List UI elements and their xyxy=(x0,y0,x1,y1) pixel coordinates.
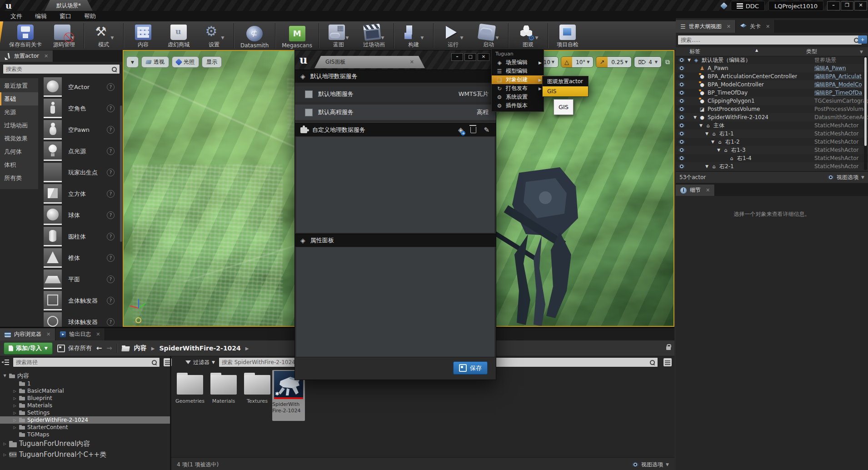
toolbar-button-source[interactable]: ▼源码管理 xyxy=(46,21,82,50)
toolbar-button-blueprints[interactable]: ▼蓝图 xyxy=(321,21,356,50)
place-actor-平面[interactable]: 平面? xyxy=(38,269,119,290)
toolbar-button-build[interactable]: ▼构建 xyxy=(396,21,431,50)
dialog-title-bar[interactable]: u GIS面板 ✕ – □ ✕ xyxy=(295,50,496,70)
edit-blueprint-link[interactable]: 编辑BPA_Articulat xyxy=(814,73,868,80)
expanded-arrow-icon[interactable]: ▼ xyxy=(711,140,716,144)
chevron-down-icon[interactable]: ▼ xyxy=(460,35,464,40)
toolbar-button-modes[interactable]: ▼模式 xyxy=(86,21,121,50)
collapsed-arrow-icon[interactable]: ▷ xyxy=(3,453,7,457)
place-actor-空角色[interactable]: 空角色? xyxy=(38,98,119,119)
outliner-row-BP_TimeOfDay[interactable]: ●BP_TimeOfDay编辑BP_TimeOfDa xyxy=(676,89,868,97)
tree-folder-Materials[interactable]: ▷Materials xyxy=(0,402,170,409)
add-filter-button[interactable]: ＋ xyxy=(858,35,867,44)
close-icon[interactable]: ✕ xyxy=(44,53,48,59)
place-actor-球体触发器[interactable]: 球体触发器? xyxy=(38,311,119,327)
breadcrumb-root[interactable]: 内容 xyxy=(134,344,147,352)
help-icon[interactable]: ? xyxy=(107,147,115,155)
lit-mode-button[interactable]: 光照 xyxy=(172,56,199,68)
section-default-geo-services[interactable]: ◈ 默认地理数据服务 xyxy=(295,70,496,83)
edit-blueprint-link[interactable]: 编辑BP_TimeOfDa xyxy=(814,89,868,97)
toolbar-button-settings[interactable]: ▼设置 xyxy=(196,21,232,50)
category-最近放置[interactable]: 最近放置 xyxy=(0,79,38,92)
outliner-row-ClippingPolygon1[interactable]: ●ClippingPolygon1TGCesiumCartograp xyxy=(676,97,868,105)
help-icon[interactable]: ? xyxy=(107,83,115,91)
category-过场动画[interactable]: 过场动画 xyxy=(0,119,38,132)
folder-tile-Geometries[interactable]: Geometries xyxy=(175,373,205,404)
help-icon[interactable]: ? xyxy=(107,105,115,112)
visibility-eye-icon[interactable] xyxy=(678,156,685,160)
outliner-row-PostProcessVolume[interactable]: ◪PostProcessVolumePostProcessVolume xyxy=(676,105,868,113)
help-icon[interactable]: ? xyxy=(107,254,115,262)
tree-folder-TuguanForUnreal内容[interactable]: ▷TuguanForUnreal内容 xyxy=(0,438,170,449)
folder-tile-Materials[interactable]: Materials xyxy=(209,373,239,404)
dialog-restore-button[interactable]: □ xyxy=(464,53,476,61)
chevron-down-icon[interactable]: ▼ xyxy=(421,35,424,40)
visibility-eye-icon[interactable] xyxy=(678,131,685,136)
help-icon[interactable]: ? xyxy=(107,275,115,283)
help-icon[interactable]: ? xyxy=(107,233,115,240)
filters-button[interactable]: 过滤器▼ xyxy=(185,359,215,366)
tree-folder-BasicMaterial[interactable]: ▷BasicMaterial xyxy=(0,387,170,395)
tab-levels[interactable]: 关卡 ✕ xyxy=(736,20,775,33)
dialog-close-button[interactable]: ✕ xyxy=(478,53,489,61)
toolbar-button-marketplace[interactable]: 虚幻商城 xyxy=(161,21,196,50)
menu-编辑[interactable]: 编辑 xyxy=(29,11,53,21)
rotation-snap-toggle[interactable]: △ xyxy=(561,57,572,67)
help-icon[interactable]: ? xyxy=(107,297,115,305)
outliner-view-options-button[interactable]: 视图选项▼ xyxy=(828,174,864,181)
visibility-eye-icon[interactable] xyxy=(678,82,685,87)
maximize-viewport-icon[interactable]: ⧉ xyxy=(665,58,670,66)
perspective-button[interactable]: 透视 xyxy=(141,56,169,68)
place-actor-球体[interactable]: 球体? xyxy=(38,205,119,226)
close-icon[interactable]: ✕ xyxy=(706,187,710,193)
place-actor-盒体触发器[interactable]: 盒体触发器? xyxy=(38,290,119,311)
outliner-search-input[interactable]: 搜索..... xyxy=(678,35,862,45)
toolbar-button-save[interactable]: 保存当前关卡 xyxy=(5,21,46,50)
save-button[interactable]: 保存 xyxy=(453,361,488,375)
toolbar-button-launch[interactable]: ▼启动 xyxy=(471,21,506,50)
ddc-button[interactable]: DDC xyxy=(731,1,765,11)
collapsed-arrow-icon[interactable]: ▷ xyxy=(3,442,7,446)
outliner-row-右2-1[interactable]: ▼⌂右2-1StaticMeshActor xyxy=(676,162,868,170)
close-button[interactable]: ✕ xyxy=(854,1,867,10)
help-icon[interactable]: ? xyxy=(107,169,115,176)
submenu-item-图观放置actor[interactable]: 图观放置actor xyxy=(543,76,588,86)
outliner-row-主体[interactable]: ▼⌂主体StaticMeshActor xyxy=(676,121,868,130)
expanded-arrow-icon[interactable]: ▼ xyxy=(705,131,710,136)
menu-窗口[interactable]: 窗口 xyxy=(54,11,77,21)
menu-文件[interactable]: 文件 xyxy=(5,11,28,21)
tab-content-browser[interactable]: 内容浏览器 ✕ xyxy=(0,328,55,340)
visibility-eye-icon[interactable] xyxy=(678,123,685,128)
help-icon[interactable]: ? xyxy=(107,126,115,134)
collapsed-arrow-icon[interactable]: ▷ xyxy=(13,425,17,430)
help-icon[interactable]: ? xyxy=(107,211,115,219)
tree-folder-Blueprint[interactable]: ▷Blueprint xyxy=(0,395,170,402)
outliner-row-右1-4[interactable]: ⌂右1-4StaticMeshActor xyxy=(676,154,868,162)
chevron-down-icon[interactable]: ▼ xyxy=(111,35,114,40)
column-type[interactable]: 类型 xyxy=(806,48,860,55)
tree-folder-TGMaps[interactable]: TGMaps xyxy=(0,431,170,438)
visibility-eye-icon[interactable] xyxy=(678,74,685,79)
edit-icon[interactable]: ✎ xyxy=(484,126,489,134)
outliner-row-SpiderWithFire-2-1024[interactable]: ▼●SpiderWithFire-2-1024DatasmithSceneAct xyxy=(676,113,868,121)
collapsed-arrow-icon[interactable]: ▷ xyxy=(13,411,17,415)
chevron-down-icon[interactable]: ▼ xyxy=(496,35,499,40)
custom-services-empty-list[interactable] xyxy=(296,136,495,233)
map-service-checkbox[interactable] xyxy=(305,90,313,98)
place-actors-scrollbar[interactable] xyxy=(120,105,122,242)
edit-blueprint-link[interactable]: 编辑BPA_ModelCo xyxy=(814,81,868,89)
lock-icon[interactable] xyxy=(666,346,671,350)
menu-帮助[interactable]: 帮助 xyxy=(78,11,102,21)
close-icon[interactable]: ✕ xyxy=(727,24,731,30)
add-layer-icon[interactable]: ◈ xyxy=(458,126,464,134)
class-search-input[interactable]: 搜索类 xyxy=(3,64,120,74)
breadcrumb-separator-icon[interactable]: ▶ xyxy=(245,346,249,351)
toolbar-button-cinematics[interactable]: ▼过场动画 xyxy=(356,21,392,50)
spider-mech-actor[interactable] xyxy=(492,155,583,327)
section-property-panel[interactable]: ◈ 属性面板 xyxy=(295,234,496,247)
visibility-eye-icon[interactable] xyxy=(678,164,685,169)
place-actor-空Pawn[interactable]: 空Pawn? xyxy=(38,119,119,140)
viewport-options-button[interactable]: ▼ xyxy=(126,56,139,68)
outliner-row-默认场景（编辑器）[interactable]: ▼◈默认场景（编辑器）世界场景 xyxy=(676,56,868,64)
chevron-down-icon[interactable]: ▼ xyxy=(71,35,75,40)
